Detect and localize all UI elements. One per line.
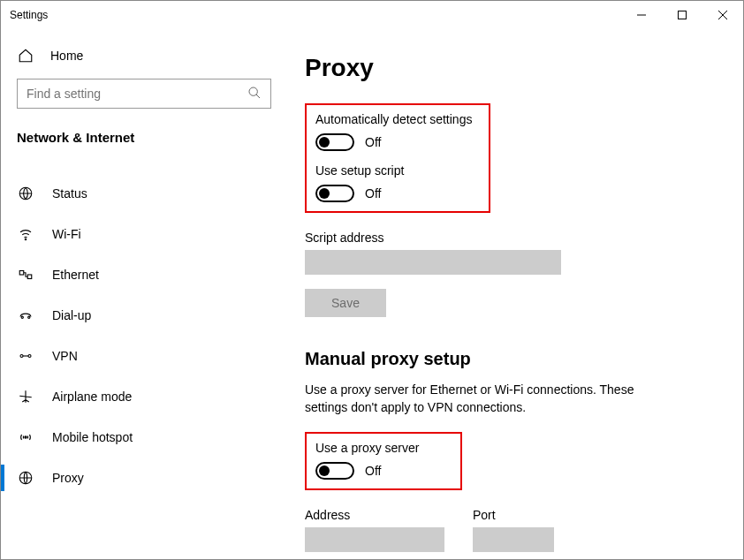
maximize-button[interactable] — [662, 1, 702, 29]
svg-point-14 — [25, 436, 27, 438]
script-address-input — [305, 250, 561, 275]
sidebar-item-label: Status — [52, 186, 87, 201]
home-link[interactable]: Home — [1, 38, 279, 73]
auto-detect-state: Off — [365, 135, 381, 149]
sidebar-item-status[interactable]: Status — [1, 173, 279, 214]
hotspot-icon — [17, 428, 34, 446]
minimize-button[interactable] — [621, 1, 662, 29]
nav: Status Wi-Fi Ethernet Dial-up — [1, 157, 279, 498]
sidebar-item-vpn[interactable]: VPN — [1, 336, 279, 376]
svg-point-7 — [25, 238, 27, 240]
svg-point-12 — [20, 355, 23, 358]
home-label: Home — [50, 49, 83, 63]
sidebar-item-label: Airplane mode — [52, 390, 132, 404]
auto-detect-toggle[interactable] — [315, 133, 354, 151]
main-panel: Proxy Automatically detect settings Off … — [280, 29, 743, 559]
setup-script-toggle[interactable] — [315, 185, 354, 202]
script-address-label: Script address — [305, 231, 708, 245]
address-label: Address — [305, 508, 444, 522]
use-proxy-state: Off — [365, 464, 381, 478]
sidebar-item-label: Ethernet — [52, 268, 99, 282]
manual-description: Use a proxy server for Ethernet or Wi-Fi… — [305, 382, 676, 416]
sidebar-item-label: Proxy — [52, 471, 84, 485]
dialup-icon — [17, 306, 34, 324]
sidebar-item-proxy[interactable]: Proxy — [1, 458, 279, 498]
sidebar-item-dialup[interactable]: Dial-up — [1, 295, 279, 336]
port-label: Port — [473, 508, 554, 522]
vpn-icon — [17, 347, 34, 365]
titlebar: Settings — [1, 1, 743, 29]
use-proxy-toggle[interactable] — [315, 462, 354, 480]
setup-script-label: Use setup script — [315, 163, 480, 178]
sidebar-item-label: Mobile hotspot — [52, 430, 133, 444]
highlight-auto-section: Automatically detect settings Off Use se… — [305, 103, 490, 213]
svg-line-5 — [256, 95, 260, 98]
svg-point-11 — [28, 316, 30, 318]
search-field[interactable] — [27, 87, 247, 101]
svg-rect-9 — [27, 275, 32, 279]
svg-rect-1 — [679, 11, 687, 19]
use-proxy-label: Use a proxy server — [315, 441, 452, 455]
port-input — [473, 527, 554, 552]
sidebar-item-wifi[interactable]: Wi-Fi — [1, 214, 279, 254]
sidebar-item-label: VPN — [52, 349, 78, 363]
sidebar-item-label: Wi-Fi — [52, 227, 81, 241]
proxy-icon — [17, 469, 34, 487]
close-button[interactable] — [702, 1, 743, 29]
auto-detect-label: Automatically detect settings — [315, 112, 480, 126]
manual-heading: Manual proxy setup — [305, 349, 708, 369]
sidebar: Home Network & Internet Status — [1, 29, 280, 559]
sidebar-item-hotspot[interactable]: Mobile hotspot — [1, 417, 279, 458]
window-title: Settings — [10, 9, 621, 21]
airplane-icon — [17, 388, 34, 405]
status-icon — [17, 185, 34, 202]
svg-rect-8 — [19, 271, 24, 276]
window-controls — [621, 1, 743, 29]
page-title: Proxy — [305, 54, 708, 82]
wifi-icon — [17, 225, 34, 243]
search-input[interactable] — [17, 79, 271, 109]
svg-point-10 — [21, 316, 23, 318]
home-icon — [17, 47, 34, 64]
search-icon — [247, 86, 262, 102]
svg-point-4 — [249, 87, 257, 95]
highlight-proxy-section: Use a proxy server Off — [305, 432, 462, 490]
address-input — [305, 527, 444, 552]
save-button[interactable]: Save — [305, 289, 386, 317]
ethernet-icon — [17, 266, 34, 284]
sidebar-item-label: Dial-up — [52, 308, 91, 322]
svg-point-13 — [28, 355, 31, 358]
category-heading: Network & Internet — [1, 114, 279, 157]
setup-script-state: Off — [365, 186, 381, 201]
sidebar-item-airplane[interactable]: Airplane mode — [1, 376, 279, 417]
sidebar-item-ethernet[interactable]: Ethernet — [1, 254, 279, 295]
